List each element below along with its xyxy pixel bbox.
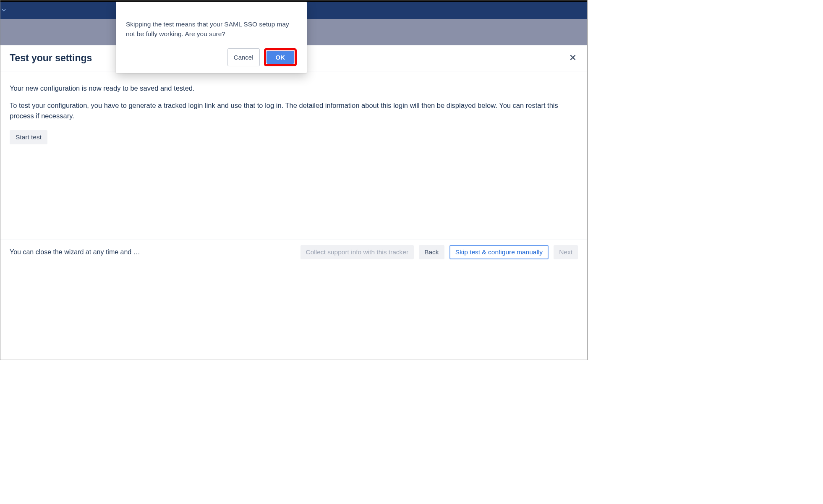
start-test-button[interactable]: Start test xyxy=(10,130,47,144)
wizard-footer: You can close the wizard at any time and… xyxy=(0,240,587,264)
close-icon xyxy=(570,54,576,61)
dialog-message: Skipping the test means that your SAML S… xyxy=(126,19,297,39)
cancel-button[interactable]: Cancel xyxy=(227,48,260,66)
back-button[interactable]: Back xyxy=(419,245,444,259)
footer-buttons: Collect support info with this tracker B… xyxy=(300,245,578,259)
skip-test-button[interactable]: Skip test & configure manually xyxy=(449,245,549,259)
ok-button-highlight: OK xyxy=(264,48,297,66)
page-title: Test your settings xyxy=(10,52,92,64)
main-panel: Test your settings Your new configuratio… xyxy=(0,45,587,264)
config-instructions-text: To test your configuration, you have to … xyxy=(10,100,578,121)
config-ready-text: Your new configuration is now ready to b… xyxy=(10,83,578,94)
ok-button[interactable]: OK xyxy=(266,51,295,64)
footer-hint-text: You can close the wizard at any time and… xyxy=(10,248,141,256)
panel-content: Your new configuration is now ready to b… xyxy=(0,71,587,240)
next-button[interactable]: Next xyxy=(554,245,578,259)
chevron-down-icon[interactable] xyxy=(1,8,6,13)
collect-support-button[interactable]: Collect support info with this tracker xyxy=(300,245,414,259)
confirm-skip-dialog: Skipping the test means that your SAML S… xyxy=(116,2,307,73)
viewport: Test your settings Your new configuratio… xyxy=(0,0,588,360)
close-button[interactable] xyxy=(568,52,578,64)
dialog-buttons: Cancel OK xyxy=(126,48,297,66)
